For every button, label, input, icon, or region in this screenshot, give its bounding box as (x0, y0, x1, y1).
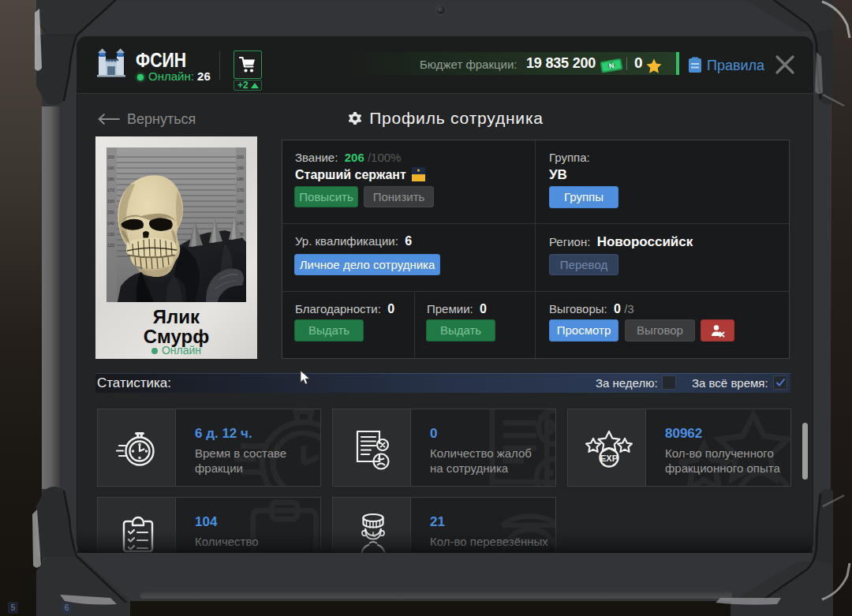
svg-text:140: 140 (237, 221, 244, 226)
svg-text:170: 170 (237, 188, 244, 192)
svg-text:180: 180 (237, 177, 244, 181)
svg-text:200: 200 (237, 155, 244, 159)
svg-text:150: 150 (237, 210, 244, 215)
svg-text:180: 180 (107, 177, 114, 181)
svg-text:EXP: EXP (600, 454, 618, 463)
svg-text:150: 150 (107, 210, 114, 215)
svg-text:160: 160 (107, 199, 114, 203)
svg-text:130: 130 (107, 232, 114, 237)
svg-text:170: 170 (107, 188, 114, 192)
svg-text:140: 140 (107, 221, 114, 226)
svg-text:200: 200 (107, 155, 114, 159)
svg-text:120: 120 (107, 243, 114, 248)
svg-text:160: 160 (237, 199, 244, 203)
svg-text:190: 190 (107, 166, 114, 170)
svg-text:190: 190 (237, 166, 244, 170)
